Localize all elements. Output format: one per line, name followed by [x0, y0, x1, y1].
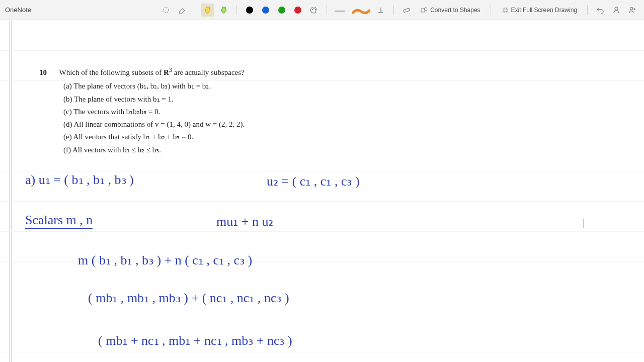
color-green-icon: [278, 7, 285, 14]
color-blue-icon: [262, 7, 269, 14]
margin-rule: [9, 20, 10, 362]
option-f: (f) All vectors with b₁ ≤ b₂ ≤ b₃.: [63, 144, 422, 156]
lasso-select-button[interactable]: [159, 4, 173, 17]
color-picker-button[interactable]: [307, 4, 320, 17]
rule-line: [0, 171, 644, 171]
options: (a) The plane of vectors (b₁, b₂, b₃) wi…: [63, 80, 422, 156]
svg-point-14: [630, 7, 633, 10]
handwriting-line: ( mb₁ + nc₁ , mb₁ + nc₁ , mb₃ + nc₃ ): [98, 334, 292, 347]
toolbar: OneNote: [0, 0, 644, 20]
option-b: (b) The plane of vectors with b₁ = 1.: [63, 94, 422, 105]
problem-text: 10 Which of the following subsets of R3 …: [39, 65, 422, 156]
separator: [327, 5, 327, 15]
svg-point-13: [615, 7, 618, 10]
undo-button[interactable]: [594, 4, 607, 17]
separator: [236, 5, 237, 15]
ruler-button[interactable]: [400, 4, 413, 17]
stem-a: Which of the following subsets of: [59, 68, 163, 76]
thin-line-icon: [335, 6, 345, 15]
person-plus-icon: [628, 6, 636, 14]
separator: [195, 5, 195, 15]
option-d: (d) All linear combinations of v = (1, 4…: [63, 119, 422, 130]
svg-marker-1: [180, 9, 185, 14]
app-title: OneNote: [5, 6, 31, 14]
undo-icon: [596, 6, 604, 14]
svg-point-6: [315, 9, 316, 10]
handwriting-line: u₂ = ( c₁ , c₁ , c₃ ): [267, 175, 360, 188]
eraser-icon: [178, 6, 186, 14]
question-number: 10: [39, 67, 57, 78]
drawing-canvas[interactable]: 10 Which of the following subsets of R3 …: [0, 20, 644, 362]
highlighter-green-icon: [220, 6, 228, 14]
option-e: (e) All vectors that satisfy b₁ + b₂ + b…: [63, 131, 422, 143]
ruler-icon: [403, 6, 411, 14]
tool-group: Convert to Shapes Exit Full Screen Drawi…: [159, 4, 639, 17]
highlighter-green-button[interactable]: [217, 4, 230, 17]
svg-point-4: [312, 9, 313, 10]
palette-icon: [310, 6, 318, 14]
separator: [393, 5, 394, 15]
problem-stem: 10 Which of the following subsets of R3 …: [39, 65, 422, 78]
margin-rule: [11, 20, 12, 362]
color-red-button[interactable]: [291, 4, 304, 17]
exit-label: Exit Full Screen Drawing: [511, 7, 577, 14]
svg-rect-10: [404, 8, 410, 13]
color-black-icon: [246, 7, 253, 14]
rule-line: [0, 201, 644, 202]
exit-fullscreen-button[interactable]: Exit Full Screen Drawing: [497, 4, 581, 17]
rule-line: [0, 50, 644, 51]
person-icon: [612, 6, 620, 14]
rule-line: [0, 322, 644, 322]
rule-line: [0, 231, 644, 232]
collapse-icon: [501, 6, 509, 14]
svg-marker-2: [205, 7, 210, 14]
option-a: (a) The plane of vectors (b₁, b₂, b₃) wi…: [63, 80, 422, 92]
svg-point-0: [164, 8, 169, 13]
rule-line: [0, 352, 644, 352]
color-black-button[interactable]: [243, 4, 256, 17]
separator: [587, 5, 588, 15]
handwriting-line: Scalars m , n: [25, 214, 93, 227]
thin-pen-button[interactable]: [333, 4, 346, 17]
account-button[interactable]: [610, 4, 623, 17]
shapes-icon: [420, 6, 428, 14]
handwriting-line: ( mb₁ , mb₁ , mb₃ ) + ( nc₁ , nc₁ , nc₃ …: [88, 292, 289, 305]
handwriting-line: mu₁ + n u₂: [216, 215, 273, 228]
stem-b: are actually subspaces?: [172, 68, 245, 76]
eraser-button[interactable]: [176, 4, 189, 17]
color-blue-button[interactable]: [259, 4, 272, 17]
handwriting-line: a) u₁ = ( b₁ , b₁ , b₃ ): [25, 173, 134, 187]
color-green-button[interactable]: [275, 4, 288, 17]
convert-to-shapes-button[interactable]: Convert to Shapes: [416, 4, 484, 17]
separator: [491, 5, 491, 15]
handwriting-line: m ( b₁ , b₁ , b₃ ) + n ( c₁ , c₁ , c₃ ): [78, 254, 252, 267]
color-red-icon: [294, 7, 301, 14]
option-c: (c) The vectors with b₁b₂b₃ = 0.: [63, 106, 422, 118]
scalars-underline: Scalars m , n: [25, 213, 93, 229]
highlighter-yellow-button[interactable]: [201, 4, 214, 17]
convert-label: Convert to Shapes: [430, 7, 480, 14]
share-button[interactable]: [626, 4, 639, 17]
thick-pen-button[interactable]: [349, 4, 371, 17]
plus-stroke-button[interactable]: [374, 4, 387, 17]
text-cursor: [584, 219, 584, 228]
lasso-icon: [162, 6, 170, 14]
svg-point-5: [313, 8, 314, 9]
plus-line-icon: [377, 6, 385, 14]
highlighter-yellow-icon: [204, 6, 212, 14]
svg-marker-3: [221, 7, 226, 14]
squiggle-icon: [352, 8, 368, 13]
